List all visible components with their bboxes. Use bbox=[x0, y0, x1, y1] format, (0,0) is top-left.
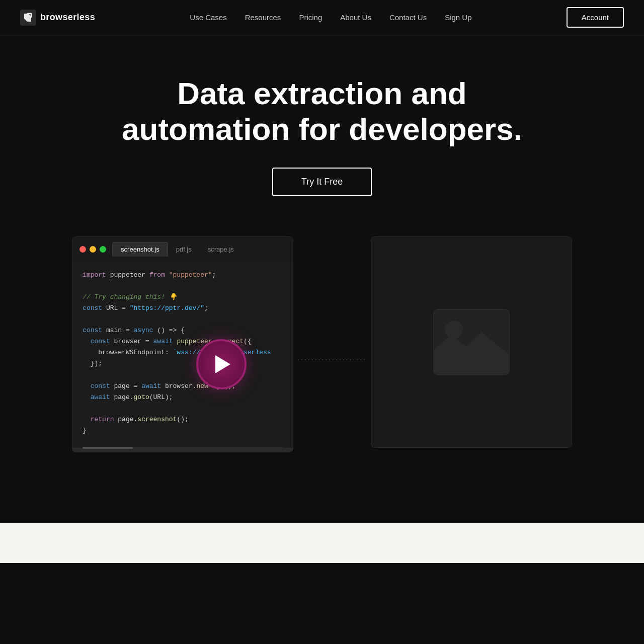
traffic-light-red bbox=[79, 246, 86, 253]
nav-resources[interactable]: Resources bbox=[245, 13, 281, 22]
placeholder-image-icon bbox=[429, 304, 514, 380]
hero-title: Data extraction and automation for devel… bbox=[121, 75, 523, 147]
image-placeholder bbox=[429, 304, 514, 380]
code-line-blank1 bbox=[83, 281, 283, 292]
code-line-close: } bbox=[83, 425, 283, 436]
code-editor: screenshot.js pdf.js scrape.js import pu… bbox=[72, 236, 293, 452]
tab-screenshot[interactable]: screenshot.js bbox=[112, 242, 168, 257]
traffic-light-yellow bbox=[90, 246, 96, 253]
svg-point-2 bbox=[445, 320, 463, 339]
play-button[interactable] bbox=[196, 339, 247, 389]
account-button[interactable]: Account bbox=[567, 7, 624, 28]
hero-section: Data extraction and automation for devel… bbox=[0, 35, 644, 226]
code-line-goto: await page.goto(URL); bbox=[83, 392, 283, 403]
editor-scrollbar bbox=[72, 448, 293, 452]
tab-pdf[interactable]: pdf.js bbox=[168, 242, 200, 257]
brand-logo-icon bbox=[20, 10, 36, 26]
code-line-page: const page = await browser.newPage(); bbox=[83, 381, 283, 392]
nav-sign-up[interactable]: Sign Up bbox=[445, 13, 471, 22]
play-overlay bbox=[196, 339, 247, 389]
code-line-blank4 bbox=[83, 403, 283, 414]
code-line-1: import puppeteer from "puppeteer"; bbox=[83, 270, 283, 281]
code-line-comment: // Try changing this! 👇 bbox=[83, 292, 283, 303]
nav-contact-us[interactable]: Contact Us bbox=[389, 13, 427, 22]
divider-dots: ···················· bbox=[293, 355, 371, 363]
navbar-right: Account bbox=[567, 7, 624, 28]
scrollbar-track bbox=[83, 447, 283, 449]
scrollbar-thumb bbox=[83, 447, 133, 449]
code-line-ws-close: }); bbox=[83, 358, 283, 369]
preview-panel bbox=[371, 236, 572, 448]
editor-tabs: screenshot.js pdf.js scrape.js bbox=[112, 242, 242, 257]
code-line-blank2 bbox=[83, 314, 283, 325]
logo-area: browserless bbox=[20, 10, 95, 26]
nav-links: Use Cases Resources Pricing About Us Con… bbox=[190, 13, 471, 22]
nav-about-us[interactable]: About Us bbox=[340, 13, 371, 22]
footer-section bbox=[0, 523, 644, 563]
nav-pricing[interactable]: Pricing bbox=[299, 13, 322, 22]
code-line-return: return page.screenshot(); bbox=[83, 414, 283, 425]
code-line-blank3 bbox=[83, 369, 283, 380]
code-line-ws: browserWSEndpoint: `wss://chrome.browser… bbox=[83, 347, 283, 358]
editor-body: import puppeteer from "puppeteer"; // Tr… bbox=[72, 262, 293, 448]
editor-titlebar: screenshot.js pdf.js scrape.js bbox=[72, 237, 293, 262]
tab-scrape[interactable]: scrape.js bbox=[200, 242, 242, 257]
code-line-url: const URL = "https://pptr.dev/"; bbox=[83, 303, 283, 314]
play-icon bbox=[215, 355, 230, 373]
navbar: browserless Use Cases Resources Pricing … bbox=[0, 0, 644, 35]
brand-name: browserless bbox=[40, 12, 95, 23]
nav-use-cases[interactable]: Use Cases bbox=[190, 13, 226, 22]
code-line-main: const main = async () => { bbox=[83, 325, 283, 336]
traffic-lights bbox=[79, 246, 106, 253]
traffic-light-green bbox=[100, 246, 106, 253]
demo-section: screenshot.js pdf.js scrape.js import pu… bbox=[0, 226, 644, 462]
try-free-button[interactable]: Try It Free bbox=[272, 168, 372, 196]
code-line-browser: const browser = await puppeteer.connect(… bbox=[83, 336, 283, 347]
